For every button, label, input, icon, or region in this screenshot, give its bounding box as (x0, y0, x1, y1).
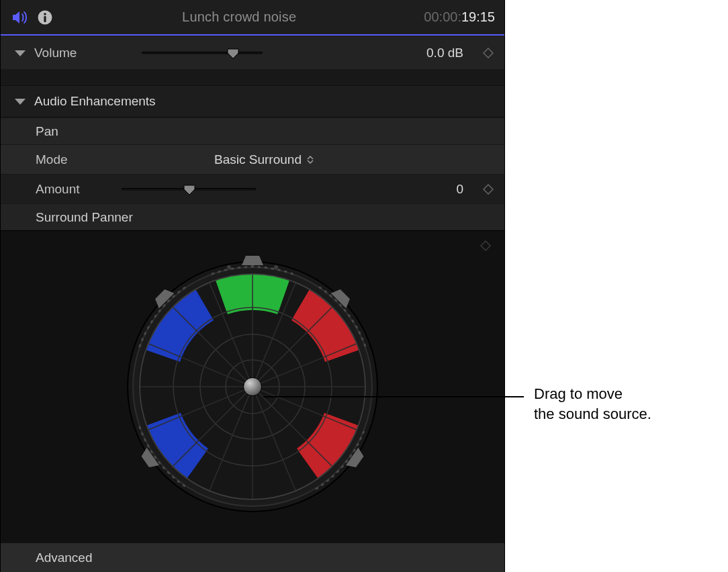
audio-enh-disclosure-icon[interactable] (14, 96, 29, 107)
svg-point-6 (274, 265, 278, 269)
audio-tab-icon[interactable] (10, 8, 29, 27)
pan-amount-label: Amount (36, 182, 122, 197)
chevron-up-down-icon (307, 156, 314, 164)
svg-point-1 (44, 13, 46, 15)
volume-slider[interactable] (142, 46, 263, 60)
clip-title: Lunch crowd noise (54, 9, 424, 25)
inspector-header: Lunch crowd noise 00:00:19:15 (1, 0, 504, 36)
pan-amount-value[interactable]: 0 (406, 182, 463, 197)
pan-amount-slider[interactable] (122, 183, 256, 196)
advanced-label: Advanced (36, 551, 93, 565)
volume-label: Volume (34, 46, 142, 60)
pan-mode-value: Basic Surround (214, 152, 302, 167)
pan-label: Pan (36, 124, 58, 139)
pan-header[interactable]: Pan (1, 117, 504, 144)
audio-enh-label: Audio Enhancements (34, 94, 156, 109)
svg-point-7 (227, 265, 231, 269)
audio-inspector-panel: Lunch crowd noise 00:00:19:15 Volume 0.0… (0, 0, 505, 572)
volume-slider-thumb[interactable] (226, 48, 238, 58)
svg-rect-2 (44, 16, 46, 22)
info-tab-icon[interactable] (36, 8, 54, 27)
callout-text: Drag to move the sound source. (534, 384, 651, 424)
volume-keyframe-button[interactable] (463, 48, 494, 58)
pan-amount-thumb[interactable] (183, 184, 195, 195)
timecode-dim: 00:00: (424, 9, 461, 24)
volume-disclosure-icon[interactable] (14, 48, 29, 58)
callout-leader-line (263, 396, 524, 397)
pan-mode-row: Mode Basic Surround (1, 144, 504, 174)
timecode: 00:00:19:15 (424, 9, 495, 25)
timecode-bright: 19:15 (461, 9, 495, 24)
audio-enhancements-header[interactable]: Audio Enhancements (1, 85, 504, 117)
pan-amount-row: Amount 0 (1, 174, 504, 203)
surround-panner-area (1, 230, 504, 542)
pan-mode-popup[interactable]: Basic Surround (214, 152, 314, 167)
volume-value[interactable]: 0.0 dB (406, 46, 463, 60)
surround-pan-handle[interactable] (243, 377, 262, 396)
surround-panner-label: Surround Panner (36, 210, 133, 225)
pan-mode-label: Mode (36, 152, 122, 167)
volume-row: Volume 0.0 dB (1, 36, 504, 69)
surround-panner-header: Surround Panner (1, 203, 504, 230)
surround-keyframe-button[interactable] (480, 240, 491, 254)
advanced-header[interactable]: Advanced (1, 542, 504, 572)
surround-panner[interactable] (118, 252, 387, 521)
pan-amount-keyframe-button[interactable] (463, 184, 494, 195)
